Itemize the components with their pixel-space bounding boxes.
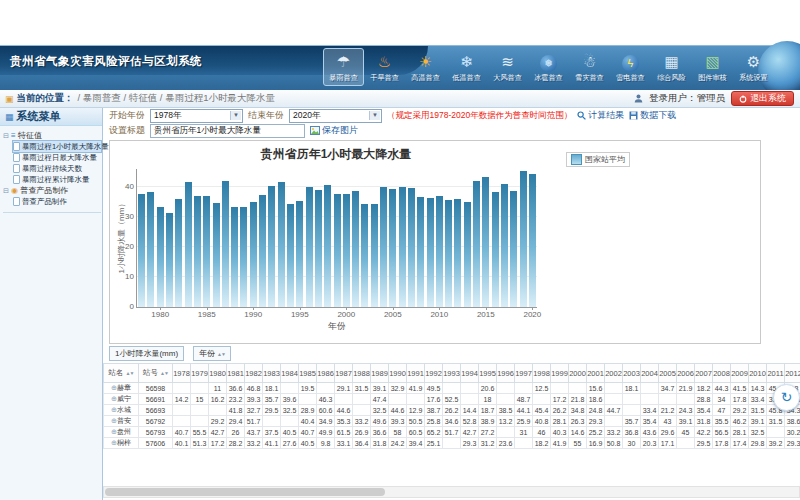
- value-cell: 26.9: [353, 427, 371, 438]
- nav-item-settings[interactable]: ⚙系统设置: [733, 48, 774, 86]
- col-header-year-2000: 2000: [569, 364, 587, 383]
- bar-2008: [417, 197, 424, 307]
- value-cell: 46.8: [245, 383, 263, 394]
- nav-item-snow[interactable]: ☃雪灾普查: [569, 48, 610, 86]
- bar-1986: [213, 203, 220, 307]
- nav-item-hail[interactable]: ❅冰雹普查: [528, 48, 569, 86]
- station-table-wrap: 站名▲▼站号▲▼19781979198019811982198319841985…: [103, 363, 800, 455]
- col-header-id[interactable]: 站号▲▼: [139, 364, 173, 383]
- value-cell: 42.7: [209, 427, 227, 438]
- value-cell: 33.1: [335, 438, 353, 449]
- station-id: 57606: [139, 438, 173, 449]
- expand-icon[interactable]: ⊕: [111, 428, 117, 435]
- nav-item-risk[interactable]: ▦综合风险: [651, 48, 692, 86]
- bar-2001: [352, 191, 359, 307]
- value-cell: [173, 416, 191, 427]
- value-cell: 12.9: [407, 405, 425, 416]
- hail-icon: ❅: [529, 50, 568, 73]
- floating-refresh-icon[interactable]: ↻: [773, 384, 800, 411]
- download-button[interactable]: 数据下载: [629, 109, 676, 122]
- measure-chip[interactable]: 1小时降水量(mm): [109, 346, 184, 361]
- value-cell: 52.5: [443, 394, 461, 405]
- bar-chart-plot: 1小时降水量（mm） 年份 01020304019801985199019952…: [136, 169, 537, 308]
- nav-item-wind[interactable]: ≋大风普查: [487, 48, 528, 86]
- value-cell: 17.8: [731, 394, 749, 405]
- bar-2011: [445, 200, 452, 307]
- value-cell: 32.5: [281, 405, 299, 416]
- sidebar-item-0-1[interactable]: 暴雨过程日最大降水量: [13, 152, 101, 163]
- nav-item-drought[interactable]: ♨干旱普查: [364, 48, 405, 86]
- value-cell: 18.6: [587, 394, 605, 405]
- col-header-year-1993: 1993: [443, 364, 461, 383]
- value-cell: 40.7: [299, 427, 317, 438]
- bar-2016: [492, 192, 499, 307]
- nav-item-map-audit[interactable]: ▧图件审核: [692, 48, 733, 86]
- bar-1995: [296, 201, 303, 307]
- collapse-icon[interactable]: ⊟: [3, 187, 9, 194]
- value-cell: 61.5: [335, 427, 353, 438]
- scrollbar-thumb[interactable]: [105, 488, 385, 496]
- value-cell: 9.8: [317, 438, 335, 449]
- expand-icon[interactable]: ⊕: [111, 384, 117, 391]
- expand-icon[interactable]: ⊕: [111, 439, 117, 446]
- lightning-icon: ϟ: [611, 50, 650, 73]
- station-name: ⊕桐梓: [104, 438, 139, 449]
- station-id: 56693: [139, 405, 173, 416]
- col-header-year-1991: 1991: [407, 364, 425, 383]
- sidebar-group-1[interactable]: ⊟ ◉ 普查产品制作: [3, 185, 101, 196]
- bar-1992: [268, 186, 275, 307]
- chart-legend[interactable]: 国家站平均: [566, 152, 630, 167]
- sort-icons[interactable]: ▲▼: [217, 351, 225, 357]
- value-cell: 17.6: [425, 394, 443, 405]
- sidebar-item-0-3[interactable]: 暴雨过程累计降水量: [13, 174, 101, 185]
- nav-item-heat[interactable]: ☀高温普查: [405, 48, 446, 86]
- expand-icon[interactable]: ⊕: [111, 406, 117, 413]
- breadcrumb-bar: ▣ 当前的位置： / 暴雨普查 / 特征值 / 暴雨过程1小时最大降水量 登录用…: [0, 90, 800, 108]
- nav-item-rainstorm[interactable]: ☂暴雨普查: [323, 48, 364, 86]
- nav-item-label: 系统设置: [735, 73, 772, 83]
- logout-button[interactable]: 退出系统: [731, 91, 794, 106]
- chevron-down-icon: ▼: [369, 111, 380, 120]
- nav-item-lightning[interactable]: ϟ雷电普查: [610, 48, 651, 86]
- station-name: ⊕威宁: [104, 394, 139, 405]
- save-image-button[interactable]: 保存图片: [310, 124, 358, 137]
- nav-item-label: 综合风险: [653, 73, 690, 83]
- value-cell: 33.4: [749, 394, 767, 405]
- x-tick-label: 2005: [378, 310, 408, 319]
- column-chip[interactable]: 年份▲▼: [193, 346, 231, 361]
- nav-item-cold[interactable]: ❄低温普查: [446, 48, 487, 86]
- expand-icon[interactable]: ⊕: [111, 417, 117, 424]
- value-cell: 39.3: [245, 394, 263, 405]
- value-cell: [299, 394, 317, 405]
- x-tick-label: 2010: [424, 310, 454, 319]
- horizontal-scrollbar[interactable]: [103, 486, 800, 498]
- start-year-select[interactable]: 1978年▼: [150, 109, 243, 123]
- sidebar-group-0[interactable]: ⊟ ≡ 特征值: [3, 130, 101, 141]
- bar-1993: [278, 182, 285, 307]
- expand-icon[interactable]: ⊕: [111, 395, 117, 402]
- station-id: 56792: [139, 416, 173, 427]
- value-cell: 40.4: [299, 416, 317, 427]
- chart-title-input[interactable]: 贵州省历年1小时最大降水量: [150, 124, 305, 138]
- value-cell: 21.9: [677, 383, 695, 394]
- value-cell: 35.3: [335, 416, 353, 427]
- sidebar-item-0-2[interactable]: 暴雨过程持续天数: [13, 163, 101, 174]
- value-cell: 18.1: [263, 383, 281, 394]
- sidebar-item-1-0[interactable]: 普查产品制作: [13, 196, 101, 207]
- product-icon: ◉: [11, 186, 18, 195]
- table-row-56793: ⊕盘州5679340.755.542.72643.737.540.540.749…: [104, 427, 800, 438]
- calculate-button[interactable]: 计算结果: [577, 109, 624, 122]
- sidebar-item-0-0[interactable]: 暴雨过程1小时最大降水量: [13, 141, 101, 152]
- col-header-name[interactable]: 站名▲▼: [104, 364, 139, 383]
- table-row-56693: ⊕水城5669341.832.729.532.528.960.644.632.5…: [104, 405, 800, 416]
- end-year-select[interactable]: 2020年▼: [289, 109, 382, 123]
- table-header-row: 站名▲▼站号▲▼19781979198019811982198319841985…: [104, 364, 800, 383]
- app-title: 贵州省气象灾害风险评估与区划系统: [10, 54, 202, 69]
- collapse-icon[interactable]: ⊟: [3, 132, 9, 139]
- menu-icon: ▦: [5, 112, 14, 122]
- value-cell: 44.6: [335, 405, 353, 416]
- value-cell: 12.5: [533, 383, 551, 394]
- page-icon: [13, 142, 20, 151]
- value-cell: 44.3: [713, 383, 731, 394]
- value-cell: [209, 405, 227, 416]
